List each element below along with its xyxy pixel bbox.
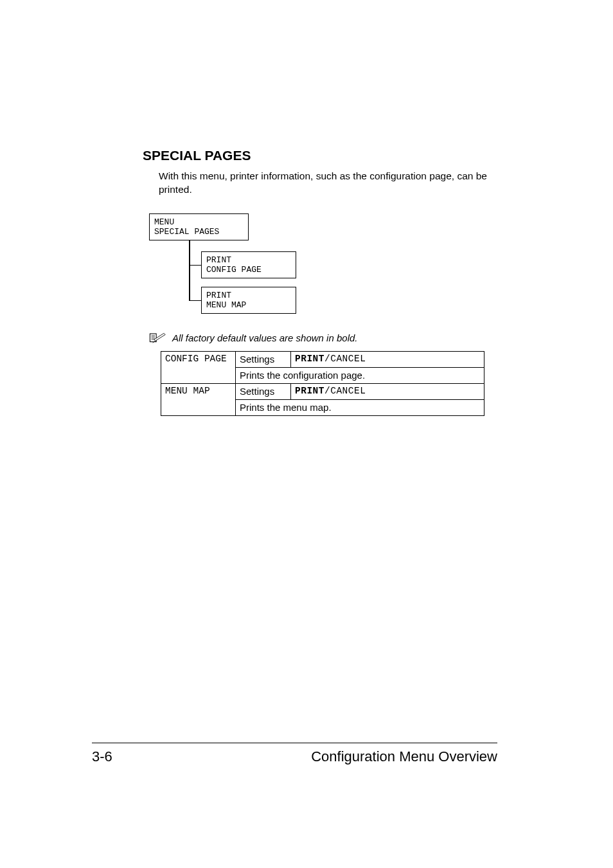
intro-paragraph: With this menu, printer information, suc…: [159, 170, 497, 197]
table-row: CONFIG PAGE Settings PRINT/CANCEL: [161, 351, 484, 367]
tree-child2-line2: MENU MAP: [206, 300, 291, 311]
settings-table-wrap: CONFIG PAGE Settings PRINT/CANCEL Prints…: [161, 351, 497, 416]
page-footer: 3-6 Configuration Menu Overview: [92, 743, 497, 765]
section-heading: SPECIAL PAGES: [143, 148, 497, 163]
settings-table: CONFIG PAGE Settings PRINT/CANCEL Prints…: [161, 351, 484, 416]
cell-name-config-page: CONFIG PAGE: [161, 351, 236, 383]
value-bold: PRINT: [295, 386, 324, 396]
cell-name-menu-map: MENU MAP: [161, 383, 236, 415]
section-title-footer: Configuration Menu Overview: [311, 748, 497, 765]
tree-root-line1: MENU: [154, 217, 244, 228]
cell-settings-label: Settings: [236, 383, 291, 399]
tree-child-config-page: PRINT CONFIG PAGE: [201, 251, 296, 278]
note-text: All factory default values are shown in …: [172, 332, 358, 343]
tree-root-line2: SPECIAL PAGES: [154, 227, 244, 237]
cell-settings-label: Settings: [236, 351, 291, 367]
cell-description: Prints the configuration page.: [236, 367, 484, 383]
cell-description: Prints the menu map.: [236, 399, 484, 415]
tree-root-box: MENU SPECIAL PAGES: [149, 213, 249, 240]
note-icon: [149, 332, 167, 345]
tree-connector: [189, 240, 190, 300]
page-number: 3-6: [92, 748, 112, 765]
menu-tree-diagram: MENU SPECIAL PAGES PRINT CONFIG PAGE PRI…: [149, 213, 497, 316]
value-sep: /: [324, 386, 330, 396]
note-row: All factory default values are shown in …: [149, 332, 497, 345]
value-plain: CANCEL: [330, 354, 366, 364]
value-bold: PRINT: [295, 354, 324, 364]
table-row: MENU MAP Settings PRINT/CANCEL: [161, 383, 484, 399]
cell-settings-values: PRINT/CANCEL: [291, 383, 484, 399]
tree-child-menu-map: PRINT MENU MAP: [201, 287, 296, 314]
cell-settings-values: PRINT/CANCEL: [291, 351, 484, 367]
tree-child1-line1: PRINT: [206, 255, 291, 266]
tree-connector: [189, 265, 201, 266]
tree-connector: [189, 300, 201, 302]
tree-child1-line2: CONFIG PAGE: [206, 265, 291, 275]
tree-child2-line1: PRINT: [206, 291, 291, 301]
page-body: SPECIAL PAGES With this menu, printer in…: [0, 0, 613, 868]
value-plain: CANCEL: [330, 386, 366, 396]
value-sep: /: [324, 354, 330, 364]
